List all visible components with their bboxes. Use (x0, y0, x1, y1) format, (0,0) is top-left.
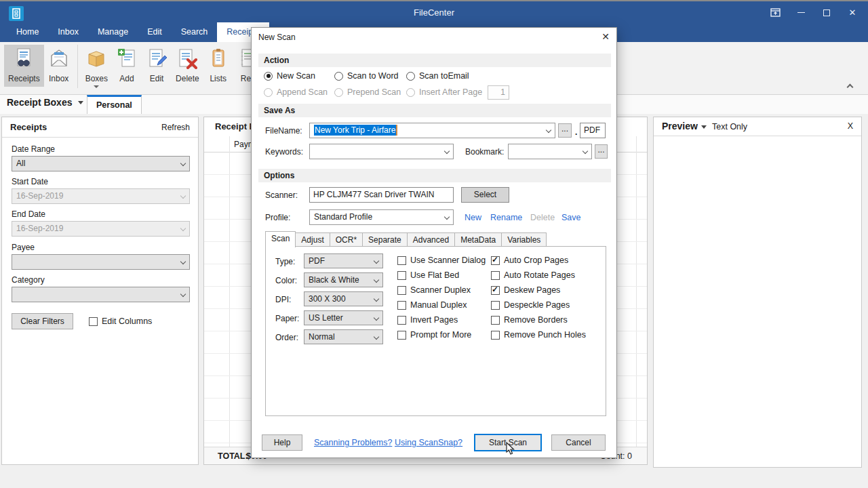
receipt-boxes-selector[interactable]: Receipt Boxes (7, 97, 83, 108)
profile-select[interactable]: Standard Profile (309, 209, 454, 225)
help-button[interactable]: Help (262, 434, 302, 451)
chevron-down-icon (180, 226, 186, 231)
radio-new-scan[interactable]: New Scan (264, 71, 315, 81)
edit-columns-label: Edit Columns (102, 317, 152, 326)
auto-rotate-pages-checkbox[interactable]: Auto Rotate Pages (491, 270, 575, 280)
tab-separate[interactable]: Separate (363, 232, 408, 247)
prompt-for-more-checkbox[interactable]: Prompt for More (397, 330, 471, 340)
use-scanner-dialog-checkbox[interactable]: Use Scanner Dialog (397, 256, 486, 265)
chevron-down-icon (374, 258, 379, 264)
despeckle-pages-checkbox[interactable]: Despeckle Pages (491, 300, 570, 310)
remove-punch-holes-checkbox[interactable]: Remove Punch Holes (491, 330, 586, 340)
chevron-down-icon (583, 148, 588, 154)
checkbox-icon (491, 286, 500, 295)
tool-label: Receipts (8, 74, 40, 83)
radio-icon (406, 72, 415, 81)
tab-variables[interactable]: Variables (502, 232, 547, 247)
auto-crop-pages-checkbox[interactable]: Auto Crop Pages (491, 256, 568, 265)
manual-duplex-checkbox[interactable]: Manual Duplex (397, 300, 467, 310)
tool-lists[interactable]: Lists (203, 45, 233, 87)
checkbox-icon (89, 317, 98, 326)
refresh-button[interactable]: Refresh (161, 123, 190, 132)
chevron-down-icon[interactable] (701, 125, 707, 129)
close-button[interactable]: ✕ (840, 1, 865, 24)
tab-home[interactable]: Home (7, 22, 48, 42)
category-select[interactable] (12, 287, 190, 302)
color-label: Color: (275, 276, 297, 285)
save-as-section-header: Save As (258, 104, 611, 117)
order-label: Order: (275, 333, 298, 342)
scanner-duplex-checkbox[interactable]: Scanner Duplex (397, 285, 471, 295)
using-scansnap-link[interactable]: Using ScanSnap? (395, 438, 462, 447)
dialog-title: New Scan (258, 33, 296, 42)
scan-tab-panel: Type: PDF Color: Black & White DPI: 300 … (265, 246, 606, 416)
lists-icon (208, 47, 229, 72)
bookmark-browse-button[interactable]: ... (595, 144, 608, 159)
tab-search[interactable]: Search (172, 22, 218, 42)
use-flat-bed-checkbox[interactable]: Use Flat Bed (397, 270, 459, 280)
invert-pages-checkbox[interactable]: Invert Pages (397, 315, 458, 325)
remove-borders-checkbox[interactable]: Remove Borders (491, 315, 568, 325)
tool-boxes[interactable]: Boxes (81, 45, 112, 87)
preview-close-icon[interactable]: X (848, 121, 853, 131)
filename-combobox[interactable]: New York Trip - Airfare (309, 123, 555, 138)
payee-select[interactable] (12, 254, 190, 270)
chevron-down-icon (78, 101, 83, 104)
minimize-button[interactable] (788, 1, 814, 24)
color-select[interactable]: Black & White (304, 272, 383, 287)
end-date-label: End Date (12, 209, 45, 219)
filename-label: FileName: (265, 126, 302, 136)
bookmark-label: Bookmark: (465, 147, 504, 157)
ribbon-pin-icon[interactable] (762, 1, 788, 24)
paper-select[interactable]: US Letter (304, 310, 383, 325)
profile-rename-link[interactable]: Rename (490, 213, 522, 222)
order-select[interactable]: Normal (304, 329, 383, 344)
deskew-pages-checkbox[interactable]: Deskew Pages (491, 285, 560, 295)
keywords-combobox[interactable] (309, 144, 454, 159)
tab-ocr[interactable]: OCR* (330, 232, 363, 247)
date-range-label: Date Range (12, 144, 55, 154)
dpi-select[interactable]: 300 X 300 (304, 291, 383, 306)
scanning-problems-link[interactable]: Scanning Problems? (314, 438, 392, 447)
radio-scan-to-email[interactable]: Scan toEmail (406, 71, 469, 81)
chevron-down-icon (180, 193, 186, 199)
tab-inbox[interactable]: Inbox (48, 22, 88, 42)
tool-edit[interactable]: Edit (142, 45, 172, 87)
select-scanner-button[interactable]: Select (461, 187, 509, 203)
tool-delete[interactable]: Delete (172, 45, 203, 87)
tab-scan[interactable]: Scan (265, 231, 296, 247)
maximize-button[interactable] (814, 1, 840, 24)
clear-filters-button[interactable]: Clear Filters (12, 313, 73, 329)
edit-columns-checkbox[interactable]: Edit Columns (89, 317, 152, 326)
radio-icon (334, 72, 343, 81)
preview-header: Preview Text Only X (654, 117, 861, 136)
tool-inbox[interactable]: Inbox (44, 45, 74, 87)
checkbox-icon (397, 301, 406, 310)
bookmark-combobox[interactable] (508, 144, 592, 159)
profile-save-link[interactable]: Save (561, 213, 581, 222)
checkbox-icon (397, 286, 406, 295)
cancel-button[interactable]: Cancel (551, 434, 606, 451)
radio-scan-to-word[interactable]: Scan to Word (334, 71, 399, 81)
tool-add[interactable]: Add (112, 45, 142, 87)
date-range-select[interactable]: All (12, 156, 190, 171)
scanner-field[interactable]: HP CLJM477 Scan Driver TWAIN (309, 187, 454, 203)
collapse-ribbon-icon[interactable] (848, 80, 859, 91)
tab-edit[interactable]: Edit (138, 22, 172, 42)
tool-receipts[interactable]: Receipts (4, 45, 44, 87)
filters-panel: Receipts Refresh Date Range All Start Da… (1, 117, 199, 465)
dialog-close-icon[interactable]: ✕ (601, 31, 610, 42)
preview-title[interactable]: Preview (662, 121, 698, 131)
tab-personal-box[interactable]: Personal (87, 95, 142, 114)
filename-browse-button[interactable]: ... (558, 123, 572, 138)
tab-advanced[interactable]: Advanced (408, 232, 455, 247)
tab-manage[interactable]: Manage (88, 22, 138, 42)
toolbar-separator (77, 45, 78, 88)
tab-metadata[interactable]: MetaData (455, 232, 502, 247)
profile-new-link[interactable]: New (465, 213, 481, 222)
extension-field[interactable]: PDF (580, 123, 606, 138)
filecenter-window: FileCenter ✕ Home Inbox Manage Edit Sear… (0, 0, 868, 488)
type-select[interactable]: PDF (304, 253, 383, 268)
chevron-down-icon (374, 334, 379, 340)
tab-adjust[interactable]: Adjust (296, 232, 330, 247)
